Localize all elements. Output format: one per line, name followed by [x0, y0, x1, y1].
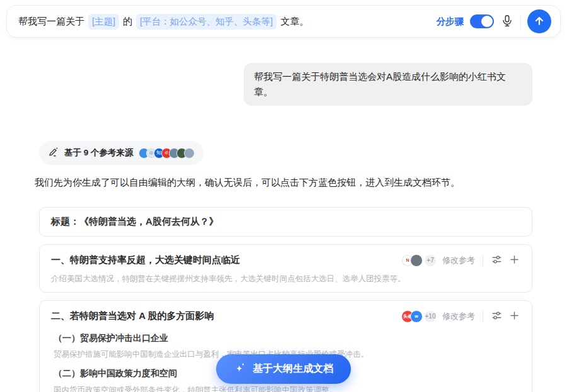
- add-section-button[interactable]: [508, 310, 520, 323]
- microphone-icon: [500, 14, 514, 30]
- source-avatar-dot: [184, 148, 195, 159]
- section-2-tools: 头条w +10 修改参考: [401, 309, 520, 323]
- section-1-tools: N +7 修改参考: [401, 253, 520, 267]
- source-favicons: ◎知d: [139, 148, 195, 159]
- section-head: 一、特朗普支持率反超，大选关键时间点临近 N +7 修改参考: [51, 253, 520, 267]
- sparkles-icon: [234, 361, 247, 377]
- reference-avatars: N: [401, 254, 423, 267]
- add-section-button[interactable]: [508, 254, 520, 267]
- tools-divider: [483, 255, 483, 266]
- microphone-button[interactable]: [500, 14, 514, 30]
- tune-button[interactable]: [491, 310, 503, 323]
- arrow-up-icon: [533, 14, 546, 29]
- source-avatar-dot: w: [410, 310, 423, 323]
- reference-count-badge: +10: [424, 310, 437, 323]
- plus-icon: [508, 254, 520, 267]
- tune-icon: [491, 310, 503, 323]
- section-2-title: 二、若特朗普当选对 A 股的多方面影响: [51, 309, 214, 322]
- prompt-template-text[interactable]: 帮我写一篇关于 [主题] 的 [平台：如公众号、知乎、头条等] 文章。: [18, 14, 437, 30]
- step-toggle-label: 分步骤: [437, 16, 464, 28]
- composer-actions: 分步骤: [437, 9, 552, 33]
- plus-icon: [508, 310, 520, 323]
- user-message-row: 帮我写一篇关于特朗普当选会对A股造成什么影响的小红书文章。: [0, 63, 532, 106]
- sources-pill[interactable]: 基于 9 个参考来源 ◎知d: [39, 141, 203, 165]
- outline-section-1-card[interactable]: 一、特朗普支持率反超，大选关键时间点临近 N +7 修改参考: [39, 244, 532, 293]
- composer-divider: [520, 14, 521, 29]
- user-message-bubble: 帮我写一篇关于特朗普当选会对A股造成什么影响的小红书文章。: [244, 63, 532, 106]
- modify-references-link[interactable]: 修改参考: [442, 255, 475, 266]
- subsection-1-title: （一）贸易保护冲击出口企业: [54, 332, 520, 345]
- generate-document-button[interactable]: 基于大纲生成文档: [216, 354, 351, 384]
- platform-placeholder-token[interactable]: [平台：如公众号、知乎、头条等]: [136, 14, 277, 30]
- modify-references-link[interactable]: 修改参考: [442, 311, 475, 322]
- reference-avatars: 头条w: [401, 310, 423, 323]
- chat-page: 帮我写一篇关于 [主题] 的 [平台：如公众号、知乎、头条等] 文章。 分步骤: [0, 0, 567, 392]
- prompt-prefix: 帮我写一篇关于: [18, 16, 84, 28]
- topic-placeholder-token[interactable]: [主题]: [88, 14, 119, 30]
- source-avatar-dot: [410, 254, 423, 267]
- reference-count-badge: +7: [424, 254, 437, 267]
- pen-sparkle-icon: [48, 146, 59, 160]
- section-1-description: 介绍美国大选情况，特朗普在关键摇摆州支持率领先，大选关键时间点包括大选日、选举人…: [51, 273, 520, 284]
- section-1-title: 一、特朗普支持率反超，大选关键时间点临近: [51, 253, 240, 266]
- subsection-2-description: 国内货币政策空间或受外部条件变化，特朗普主张低利率可能影响中国政策调整。: [54, 384, 520, 392]
- toggle-knob: [481, 16, 493, 27]
- tune-icon: [491, 254, 503, 267]
- generate-button-label: 基于大纲生成文档: [253, 362, 333, 376]
- sources-label: 基于 9 个参考来源: [64, 147, 134, 159]
- prompt-middle: 的: [123, 16, 132, 28]
- outline-title: 标题：《特朗普当选，A股何去何从？》: [51, 216, 219, 227]
- send-button[interactable]: [527, 9, 551, 33]
- composer-bar[interactable]: 帮我写一篇关于 [主题] 的 [平台：如公众号、知乎、头条等] 文章。 分步骤: [6, 5, 561, 38]
- prompt-suffix: 文章。: [280, 16, 309, 28]
- tune-button[interactable]: [491, 254, 503, 267]
- outline-title-card[interactable]: 标题：《特朗普当选，A股何去何从？》: [39, 207, 532, 237]
- section-head: 二、若特朗普当选对 A 股的多方面影响 头条w +10 修改参考: [51, 309, 520, 323]
- step-toggle[interactable]: [470, 14, 494, 28]
- tools-divider: [483, 311, 483, 322]
- assistant-intro-text: 我们先为你生成了可以自由编辑的大纲，确认无误后，可以点击下方蓝色按钮，进入到生成…: [35, 176, 542, 190]
